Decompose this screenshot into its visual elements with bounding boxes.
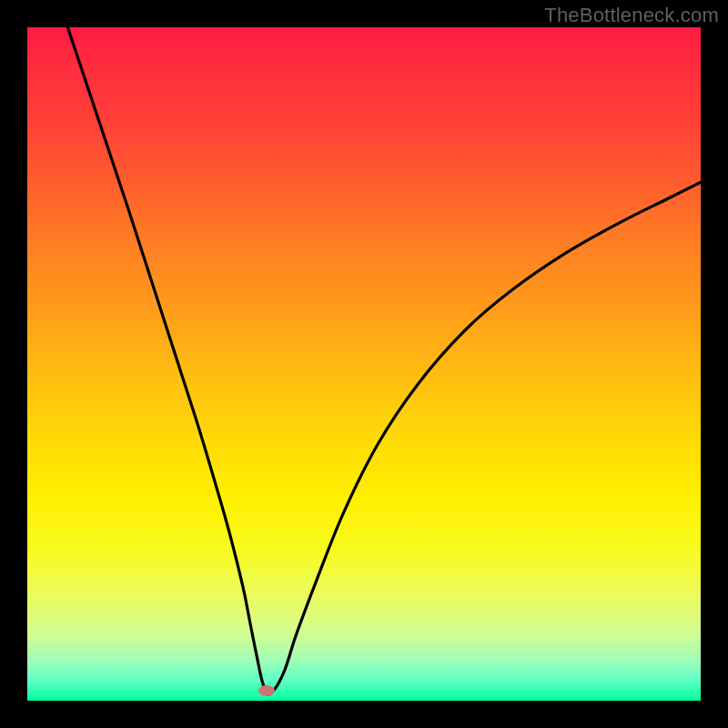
watermark-text: TheBottleneck.com (544, 4, 719, 27)
optimal-point-marker (258, 685, 275, 696)
plot-area (27, 27, 701, 701)
chart-frame: TheBottleneck.com (0, 0, 728, 728)
curve-svg (27, 27, 701, 701)
bottleneck-curve (67, 27, 701, 694)
